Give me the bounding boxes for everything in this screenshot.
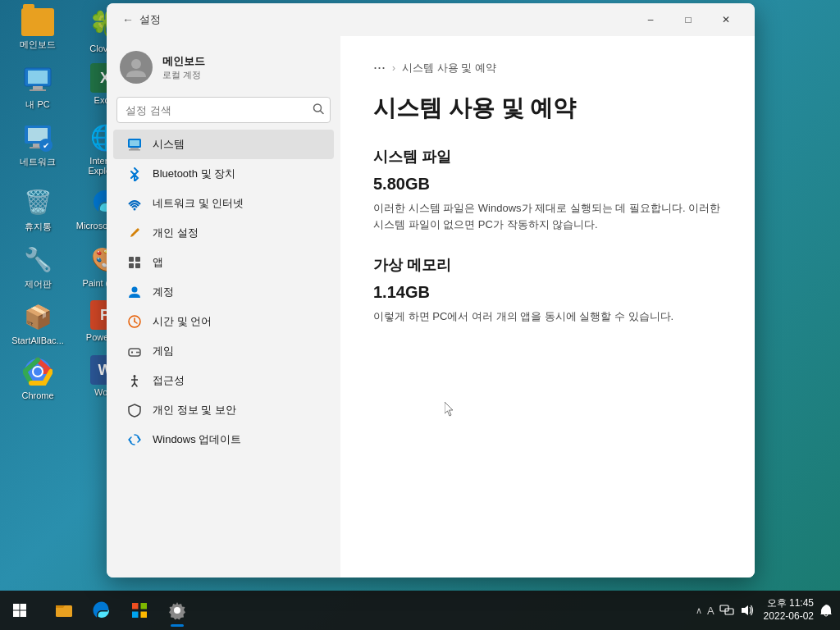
desktop-icon-mainboard-label: 메인보드	[20, 39, 56, 51]
nav-item-system[interactable]: 시스템	[113, 130, 334, 159]
desktop-icon-network[interactable]: ✔ 네트워크	[8, 121, 67, 176]
nav-item-time[interactable]: 시간 및 언어	[113, 307, 334, 336]
sidebar: 메인보드 로컬 계정	[107, 36, 340, 578]
svg-rect-26	[135, 263, 140, 268]
nav-label-bluetooth: Bluetooth 및 장치	[153, 167, 235, 181]
svg-point-34	[136, 352, 138, 354]
chevron-up-icon[interactable]: ∧	[696, 605, 702, 616]
svg-rect-23	[129, 257, 134, 262]
page-title: 시스템 사용 및 예약	[373, 93, 722, 124]
nav-label-windows-update: Windows 업데이트	[153, 432, 241, 447]
start-button[interactable]	[0, 591, 39, 630]
section-virtual-memory: 가상 메모리 1.14GB 이렇게 하면 PC에서 여러 개의 앱을 동시에 실…	[373, 255, 722, 325]
nav-label-personalize: 개인 설정	[153, 226, 199, 240]
nav-item-gaming[interactable]: 게임	[113, 336, 334, 366]
account-type: 로컬 계정	[162, 69, 205, 81]
svg-point-21	[134, 208, 136, 211]
taskbar-items	[39, 592, 696, 628]
svg-point-13	[34, 368, 42, 376]
edge-taskbar-icon	[92, 600, 112, 620]
taskbar-item-store[interactable]	[121, 592, 158, 628]
taskbar-item-settings[interactable]	[159, 592, 195, 628]
nav: 시스템 Bluetooth 및 장치	[107, 130, 340, 454]
svg-rect-20	[130, 140, 139, 146]
content-area: ··· › 시스템 사용 및 예약 시스템 사용 및 예약 시스템 파일 5.8…	[340, 36, 755, 578]
window-title: 설정	[139, 12, 161, 27]
minimize-button[interactable]: –	[632, 7, 669, 33]
taskbar-right: ∧ A 오후 11:45 2022-06-02	[696, 597, 840, 623]
svg-rect-25	[129, 263, 134, 268]
time-icon	[126, 313, 143, 330]
nav-item-network[interactable]: 네트워크 및 인터넷	[113, 189, 334, 218]
section-system-files: 시스템 파일 5.80GB 이러한 시스템 파일은 Windows가 제대로 실…	[373, 147, 722, 232]
close-button[interactable]: ✕	[707, 7, 745, 33]
nav-label-gaming: 게임	[153, 344, 174, 358]
nav-item-bluetooth[interactable]: Bluetooth 및 장치	[113, 159, 334, 189]
svg-rect-3	[30, 89, 46, 91]
desktop-icon-recycle[interactable]: 🗑️ 휴지통	[8, 185, 67, 233]
nav-label-time: 시간 및 언어	[153, 314, 212, 329]
search-input[interactable]	[116, 97, 331, 123]
notification-icon[interactable]	[819, 603, 833, 618]
dual-screen-icon[interactable]	[719, 603, 734, 618]
desktop-icon-network-label: 네트워크	[20, 156, 56, 168]
user-profile[interactable]: 메인보드 로컬 계정	[107, 43, 340, 97]
search-icon[interactable]	[313, 103, 324, 117]
maximize-button[interactable]: □	[669, 7, 707, 33]
settings-window: ← 설정 – □ ✕	[107, 3, 755, 578]
breadcrumb-dots: ···	[373, 59, 386, 76]
section-desc-system-files: 이러한 시스템 파일은 Windows가 제대로 실행되는 데 필요합니다. 이…	[373, 200, 722, 232]
section-title-system-files: 시스템 파일	[373, 147, 722, 167]
nav-item-accounts[interactable]: 계정	[113, 277, 334, 307]
font-icon[interactable]: A	[707, 605, 714, 617]
section-value-virtual-memory: 1.14GB	[373, 283, 722, 302]
volume-icon[interactable]	[739, 603, 754, 618]
search-box	[116, 97, 331, 123]
svg-rect-49	[132, 612, 139, 619]
desktop-icon-mypc[interactable]: 내 PC	[8, 63, 67, 111]
breadcrumb: ··· › 시스템 사용 및 예약	[373, 59, 722, 76]
accounts-icon	[126, 284, 143, 300]
svg-text:✔: ✔	[43, 141, 49, 150]
window-body: 메인보드 로컬 계정	[107, 36, 755, 578]
desktop-icon-recycle-label: 휴지통	[25, 221, 52, 233]
gaming-icon	[126, 343, 143, 359]
nav-label-accounts: 계정	[153, 285, 174, 299]
svg-rect-48	[141, 603, 148, 609]
svg-point-36	[134, 375, 136, 377]
svg-rect-50	[141, 612, 148, 619]
section-value-system-files: 5.80GB	[373, 175, 722, 194]
avatar	[120, 51, 153, 84]
svg-point-27	[132, 287, 138, 293]
taskbar: ∧ A 오후 11:45 2022-06-02	[0, 591, 840, 630]
svg-line-30	[135, 322, 137, 323]
taskbar-item-edge[interactable]	[84, 592, 120, 628]
nav-label-system: 시스템	[153, 137, 185, 152]
taskbar-item-explorer[interactable]	[46, 592, 82, 628]
svg-rect-19	[129, 149, 140, 151]
svg-rect-43	[13, 611, 20, 618]
nav-item-windows-update[interactable]: Windows 업데이트	[113, 425, 334, 454]
nav-item-personalize[interactable]: 개인 설정	[113, 218, 334, 248]
desktop-icon-mypc-label: 내 PC	[25, 98, 49, 111]
nav-item-privacy[interactable]: 개인 정보 및 보안	[113, 395, 334, 425]
taskbar-clock[interactable]: 오후 11:45 2022-06-02	[764, 597, 814, 623]
desktop-icon-control-panel-label: 제어판	[25, 278, 52, 290]
desktop: 메인보드 🍀 Clove... 내 PC	[0, 0, 840, 630]
back-button[interactable]: ←	[116, 8, 139, 31]
personalize-icon	[126, 225, 143, 241]
svg-line-16	[321, 111, 324, 114]
desktop-icon-mainboard[interactable]: 메인보드	[8, 8, 67, 53]
svg-point-35	[138, 352, 139, 354]
bluetooth-icon	[126, 166, 143, 182]
nav-item-accessibility[interactable]: 접근성	[113, 366, 334, 395]
network-icon	[126, 195, 143, 212]
desktop-icon-chrome[interactable]: Chrome	[8, 355, 67, 400]
svg-point-14	[131, 59, 141, 69]
desktop-icon-startall-label: StartAllBac...	[11, 336, 64, 345]
nav-item-apps[interactable]: 앱	[113, 248, 334, 277]
section-title-virtual-memory: 가상 메모리	[373, 255, 722, 275]
desktop-icon-startall[interactable]: 📦 StartAllBac...	[8, 300, 67, 345]
clock-time: 오후 11:45	[767, 597, 814, 610]
desktop-icon-control-panel[interactable]: 🔧 제어판	[8, 243, 67, 290]
